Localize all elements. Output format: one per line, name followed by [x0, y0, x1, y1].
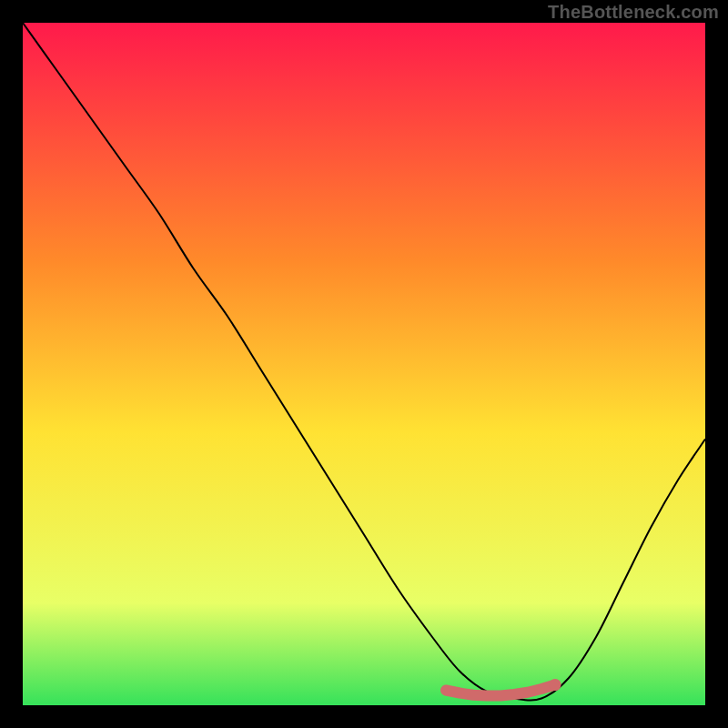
chart-svg	[23, 23, 705, 705]
watermark-text: TheBottleneck.com	[548, 2, 719, 23]
chart-frame: TheBottleneck.com	[0, 0, 728, 728]
optimal-marker-end-dot	[549, 679, 561, 691]
plot-area	[23, 23, 705, 705]
gradient-bg	[23, 23, 705, 705]
